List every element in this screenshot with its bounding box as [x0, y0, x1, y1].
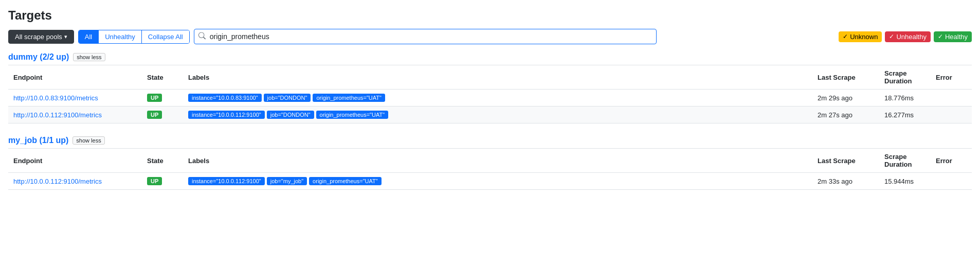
endpoint-link[interactable]: http://10.0.0.83:9100/metrics [13, 94, 98, 102]
group-title-my_job: my_job (1/1 up)show less [8, 136, 972, 145]
search-input[interactable] [194, 29, 657, 44]
th-labels: Labels [183, 149, 812, 173]
filter-button-group: All Unhealthy Collapse All [78, 30, 190, 44]
th-endpoint: Endpoint [8, 149, 142, 173]
group-title-link-my_job[interactable]: my_job (1/1 up) [8, 136, 68, 145]
label-tag: job="DONDON" [267, 111, 314, 119]
label-tag: origin_prometheus="UAT" [309, 177, 382, 185]
state-badge: UP [147, 111, 162, 119]
scrape-duration: 15.944ms [879, 173, 931, 190]
healthy-filter-button[interactable]: ✓ Healthy [934, 31, 972, 42]
label-tag: job="my_job" [267, 177, 307, 185]
group-title-link-dummy[interactable]: dummy (2/2 up) [8, 52, 69, 62]
healthy-label: Healthy [945, 33, 968, 41]
last-scrape: 2m 29s ago [812, 90, 879, 107]
scrape-duration: 18.776ms [879, 90, 931, 107]
error-cell [931, 173, 972, 190]
scrape-pool-dropdown[interactable]: All scrape pools [8, 30, 74, 44]
label-tag: origin_prometheus="UAT" [316, 111, 389, 119]
labels-cell: instance="10.0.0.83:9100"job="DONDON"ori… [188, 94, 807, 102]
th-last-scrape: Last Scrape [812, 149, 879, 173]
state-badge: UP [147, 94, 162, 102]
status-filters: ✓ Unknown ✓ Unhealthy ✓ Healthy [839, 31, 972, 42]
endpoint-link[interactable]: http://10.0.0.112:9100/metrics [13, 111, 102, 119]
error-cell [931, 90, 972, 107]
last-scrape: 2m 27s ago [812, 107, 879, 123]
unhealthy-filter-button[interactable]: ✓ Unhealthy [885, 31, 931, 42]
label-tag: instance="10.0.0.83:9100" [188, 94, 262, 102]
th-error: Error [931, 65, 972, 90]
labels-cell: instance="10.0.0.112:9100"job="my_job"or… [188, 177, 807, 185]
th-endpoint: Endpoint [8, 65, 142, 90]
last-scrape: 2m 33s ago [812, 173, 879, 190]
group-my_job: my_job (1/1 up)show lessEndpointStateLab… [8, 136, 972, 190]
table-row: http://10.0.0.112:9100/metricsUPinstance… [8, 173, 972, 190]
groups-container: dummy (2/2 up)show lessEndpointStateLabe… [8, 52, 972, 190]
healthy-check-icon: ✓ [938, 33, 943, 40]
label-tag: job="DONDON" [264, 94, 311, 102]
show-less-btn-my_job[interactable]: show less [72, 136, 104, 145]
label-tag: instance="10.0.0.112:9100" [188, 177, 265, 185]
state-badge: UP [147, 177, 162, 185]
group-title-dummy: dummy (2/2 up)show less [8, 52, 972, 62]
table-row: http://10.0.0.112:9100/metricsUPinstance… [8, 107, 972, 123]
targets-table-dummy: EndpointStateLabelsLast ScrapeScrapeDura… [8, 65, 972, 123]
show-less-btn-dummy[interactable]: show less [73, 53, 105, 61]
toolbar: All scrape pools All Unhealthy Collapse … [8, 29, 972, 44]
th-last-scrape: Last Scrape [812, 65, 879, 90]
unknown-check-icon: ✓ [843, 33, 848, 40]
label-tag: instance="10.0.0.112:9100" [188, 111, 265, 119]
labels-cell: instance="10.0.0.112:9100"job="DONDON"or… [188, 111, 807, 119]
collapse-all-button[interactable]: Collapse All [142, 30, 189, 43]
th-labels: Labels [183, 65, 812, 90]
scrape-duration: 16.277ms [879, 107, 931, 123]
unhealthy-check-icon: ✓ [889, 33, 894, 40]
th-state: State [142, 65, 183, 90]
th-error: Error [931, 149, 972, 173]
th-scrape-duration: ScrapeDuration [879, 149, 931, 173]
unknown-filter-button[interactable]: ✓ Unknown [839, 31, 882, 42]
unknown-label: Unknown [850, 33, 878, 41]
table-row: http://10.0.0.83:9100/metricsUPinstance=… [8, 90, 972, 107]
page-title: Targets [8, 8, 972, 23]
th-state: State [142, 149, 183, 173]
endpoint-link[interactable]: http://10.0.0.112:9100/metrics [13, 178, 102, 185]
error-cell [931, 107, 972, 123]
targets-table-my_job: EndpointStateLabelsLast ScrapeScrapeDura… [8, 148, 972, 190]
label-tag: origin_prometheus="UAT" [313, 94, 385, 102]
filter-unhealthy-button[interactable]: Unhealthy [99, 30, 142, 43]
unhealthy-label: Unhealthy [896, 33, 927, 41]
search-wrapper [194, 29, 657, 44]
group-dummy: dummy (2/2 up)show lessEndpointStateLabe… [8, 52, 972, 123]
th-scrape-duration: ScrapeDuration [879, 65, 931, 90]
filter-all-button[interactable]: All [79, 30, 99, 43]
